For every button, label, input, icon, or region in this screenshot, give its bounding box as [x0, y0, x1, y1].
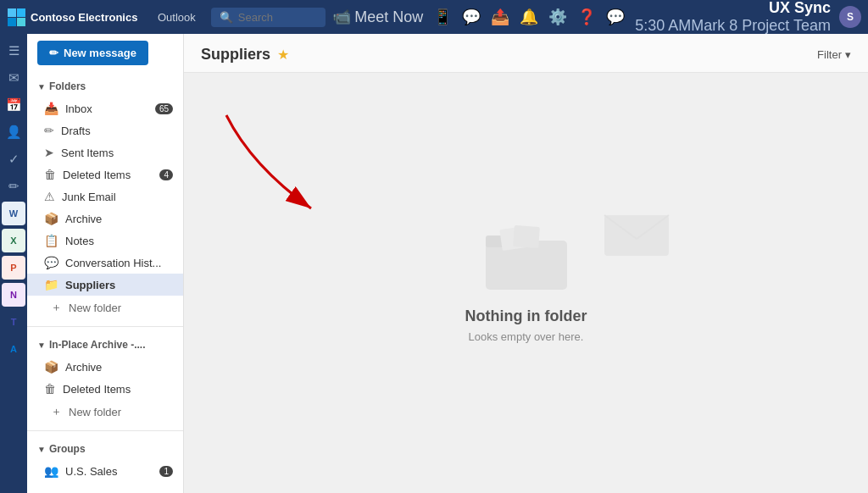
svg-rect-0: [8, 8, 16, 17]
sidebar-item-drafts[interactable]: ✏ Drafts: [27, 119, 183, 141]
sidebar-item-notes[interactable]: 📋 Notes: [27, 230, 183, 252]
sidebar-item-deleted-inplace[interactable]: 🗑 Deleted Items: [27, 378, 183, 400]
search-bar: 🔍: [211, 8, 326, 27]
settings-icon[interactable]: ⚙️: [548, 8, 567, 26]
sidebar-item-sent[interactable]: ➤ Sent Items: [27, 141, 183, 163]
groups-collapse[interactable]: ▼ Groups: [27, 438, 183, 460]
empty-state: Nothing in folder Looks empty over here.: [184, 73, 868, 493]
inbox-icon: 📥: [44, 102, 58, 115]
teams-icon[interactable]: T: [2, 310, 25, 334]
new-folder-button-2[interactable]: ＋ New folder: [27, 400, 183, 424]
sidebar-item-inbox[interactable]: 📥 Inbox 65: [27, 97, 183, 119]
compose-icon: ✏: [49, 47, 58, 59]
camera-icon: 📹: [332, 8, 351, 26]
archive-icon: 📦: [44, 212, 58, 225]
search-icon: 🔍: [220, 11, 233, 24]
junk-icon: ⚠: [44, 190, 55, 203]
sidebar-top: ✏ New message: [27, 34, 183, 72]
hamburger-icon[interactable]: ☰: [2, 39, 25, 63]
chevron-down-icon-filter: ▾: [845, 48, 851, 61]
folder-svg: [484, 224, 569, 291]
arrow-annotation: [201, 98, 370, 251]
divider-2: [27, 430, 183, 431]
filter-button[interactable]: Filter ▾: [817, 48, 851, 61]
powerpoint-icon[interactable]: P: [2, 256, 25, 280]
topbar: Contoso Electronics Outlook 🔍 📹 Meet Now…: [0, 0, 868, 34]
icon-rail: ☰ ✉ 📅 👤 ✓ ✏ W X P N T A: [0, 34, 27, 493]
empty-subtitle: Looks empty over here.: [469, 330, 584, 343]
plus-icon-2: ＋: [51, 404, 62, 419]
svg-rect-8: [513, 224, 540, 247]
sent-icon: ➤: [44, 146, 54, 159]
sidebar-item-junk[interactable]: ⚠ Junk Email: [27, 186, 183, 208]
sidebar-item-conversation-history[interactable]: 💬 Conversation Hist...: [27, 252, 183, 274]
plus-icon: ＋: [51, 300, 62, 315]
folders-section: ▼ Folders 📥 Inbox 65 ✏ Drafts ➤ Sent Ite…: [27, 72, 183, 323]
new-folder-button[interactable]: ＋ New folder: [27, 296, 183, 319]
chevron-down-icon-3: ▼: [37, 445, 46, 454]
in-place-archive-collapse[interactable]: ▼ In-Place Archive -....: [27, 334, 183, 356]
drafts-icon: ✏: [44, 124, 54, 137]
apps-icon[interactable]: A: [2, 337, 25, 361]
bell-icon[interactable]: 🔔: [520, 8, 538, 26]
ux-sync-panel: UX Sync 5:30 AM Mark 8 Project Team S: [635, 0, 861, 35]
calendar-icon[interactable]: 📅: [2, 93, 25, 117]
edit-icon[interactable]: ✏: [2, 174, 25, 198]
empty-title: Nothing in folder: [465, 307, 587, 325]
ux-sync-name: UX Sync: [769, 0, 831, 17]
topbar-right: 📹 Meet Now 📱 💬 📤 🔔 ⚙️ ❓ 💬 UX Sync 5:30 A…: [332, 0, 861, 35]
svg-rect-3: [17, 18, 25, 26]
chevron-down-icon-2: ▼: [37, 341, 46, 350]
mail-icon[interactable]: ✉: [2, 66, 25, 90]
svg-rect-1: [17, 8, 25, 17]
divider-1: [27, 326, 183, 327]
chevron-down-icon: ▼: [37, 82, 46, 91]
folder-icon: 📁: [44, 278, 58, 291]
sidebar-item-us-sales[interactable]: 👥 U.S. Sales 1: [27, 460, 183, 482]
star-icon[interactable]: ★: [277, 47, 289, 63]
group-icon: 👥: [44, 464, 58, 478]
word-icon[interactable]: W: [2, 202, 25, 225]
envelope-svg: [603, 207, 670, 258]
new-message-button[interactable]: ✏ New message: [37, 41, 148, 65]
video-call-icon[interactable]: 📱: [433, 8, 452, 26]
content-area: Suppliers ★ Filter ▾: [184, 34, 868, 493]
archive-icon-2: 📦: [44, 360, 58, 374]
deleted-icon: 🗑: [44, 168, 56, 181]
sidebar-item-suppliers[interactable]: 📁 Suppliers: [27, 274, 183, 296]
tasks-icon[interactable]: ✓: [2, 147, 25, 171]
folder-title: Suppliers: [201, 46, 270, 64]
chat-icon[interactable]: 💬: [462, 8, 481, 26]
help-icon[interactable]: ❓: [577, 8, 596, 26]
groups-section: ▼ Groups 👥 U.S. Sales 1: [27, 435, 183, 485]
avatar[interactable]: S: [839, 6, 861, 28]
onenote-icon[interactable]: N: [2, 283, 25, 307]
notes-icon: 📋: [44, 234, 58, 247]
folders-collapse[interactable]: ▼ Folders: [27, 75, 183, 97]
sidebar-item-deleted[interactable]: 🗑 Deleted Items 4: [27, 163, 183, 186]
empty-folder-illustration: [484, 224, 569, 294]
svg-rect-2: [8, 18, 16, 26]
outlook-nav[interactable]: Outlook: [149, 11, 204, 24]
ux-sync-time: 5:30 AM Mark 8 Project Team: [635, 17, 831, 35]
excel-icon[interactable]: X: [2, 229, 25, 252]
share-icon[interactable]: 📤: [491, 8, 509, 26]
sidebar: ✏ New message ▼ Folders 📥 Inbox 65 ✏ Dra…: [27, 34, 184, 493]
app-name: Contoso Electronics: [31, 11, 137, 24]
svg-rect-5: [486, 241, 567, 290]
app-logo: Contoso Electronics: [7, 8, 142, 26]
deleted-icon-2: 🗑: [44, 382, 56, 396]
feedback-icon[interactable]: 💬: [606, 8, 625, 26]
email-list-header: Suppliers ★ Filter ▾: [184, 34, 868, 73]
sidebar-item-archive-inplace[interactable]: 📦 Archive: [27, 356, 183, 378]
search-input[interactable]: [238, 11, 317, 24]
in-place-archive-section: ▼ In-Place Archive -.... 📦 Archive 🗑 Del…: [27, 330, 183, 427]
sidebar-item-archive[interactable]: 📦 Archive: [27, 208, 183, 230]
people-icon[interactable]: 👤: [2, 120, 25, 144]
conversation-icon: 💬: [44, 256, 58, 269]
meet-now-button[interactable]: 📹 Meet Now: [332, 8, 423, 26]
main-layout: ☰ ✉ 📅 👤 ✓ ✏ W X P N T A ✏ New message ▼ …: [0, 34, 868, 493]
